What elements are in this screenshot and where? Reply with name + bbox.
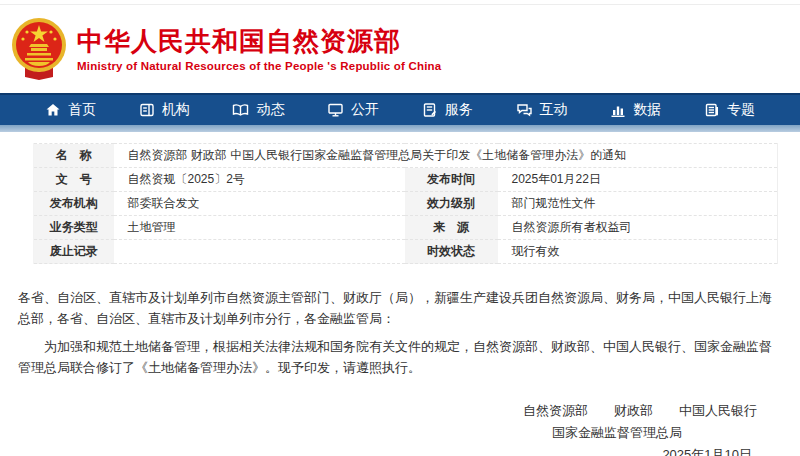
meta-value-issuing-agency: 部委联合发文: [114, 192, 405, 216]
meta-value-business-type: 土地管理: [114, 216, 405, 240]
signature-agencies: 自然资源部 财政部 中国人民银行: [18, 400, 780, 422]
nav-item-services[interactable]: 服务: [422, 95, 473, 125]
service-icon: [422, 102, 438, 118]
doc-meta-table: 名 称 自然资源部 财政部 中国人民银行国家金融监督管理总局关于印发《土地储备管…: [33, 143, 778, 264]
meta-value-validity-status: 现行有效: [498, 240, 778, 264]
meta-value-doc-number: 自然资规〔2025〕2号: [114, 168, 405, 192]
site-header: 中华人民共和国自然资源部 Ministry of Natural Resourc…: [0, 5, 800, 93]
ministry-title-zh: 中华人民共和国自然资源部: [77, 26, 441, 56]
nav-item-news[interactable]: 动态: [232, 95, 284, 125]
meta-label-repeal-record: 废止记录: [34, 240, 114, 264]
organization-icon: [139, 102, 155, 118]
nav-item-label: 互动: [540, 101, 568, 119]
table-row: 废止记录 时效状态 现行有效: [34, 240, 778, 264]
nav-strip: [0, 125, 800, 132]
doc-body: 各省、自治区、直辖市及计划单列市自然资源主管部门、财政厅（局），新疆生产建设兵团…: [18, 287, 780, 456]
news-icon: [232, 102, 249, 118]
title-block: 中华人民共和国自然资源部 Ministry of Natural Resourc…: [77, 26, 441, 72]
main-nav: 首页 机构 动态 公开 服务: [0, 93, 800, 125]
meta-value-publish-date: 2025年01月22日: [498, 168, 778, 192]
meta-value-name: 自然资源部 财政部 中国人民银行国家金融监督管理总局关于印发《土地储备管理办法》…: [114, 144, 778, 168]
nav-item-data[interactable]: 数据: [610, 95, 661, 125]
nav-item-label: 数据: [633, 101, 661, 119]
meta-label-business-type: 业务类型: [34, 216, 114, 240]
page: 中华人民共和国自然资源部 Ministry of Natural Resourc…: [0, 0, 800, 456]
table-row: 文 号 自然资规〔2025〕2号 发布时间 2025年01月22日: [34, 168, 778, 192]
nav-item-interaction[interactable]: 互动: [516, 95, 568, 125]
meta-label-validity-status: 时效状态: [405, 240, 498, 264]
nav-item-label: 专题: [727, 101, 755, 119]
ministry-title-en: Ministry of Natural Resources of the Peo…: [77, 60, 441, 72]
doc-paragraph-recipients: 各省、自治区、直辖市及计划单列市自然资源主管部门、财政厅（局），新疆生产建设兵团…: [18, 287, 780, 329]
meta-value-effect-level: 部门规范性文件: [498, 192, 778, 216]
doc-paragraph-main: 为加强和规范土地储备管理，根据相关法律法规和国务院有关文件的规定，自然资源部、财…: [18, 336, 780, 378]
signature-agency-nfra: 国家金融监督管理总局: [18, 422, 780, 444]
signature-date: 2025年1月10日: [18, 444, 780, 456]
nav-item-disclosure[interactable]: 公开: [327, 95, 379, 125]
meta-label-doc-number: 文 号: [34, 168, 114, 192]
nav-item-orgs[interactable]: 机构: [139, 95, 190, 125]
table-row: 发布机构 部委联合发文 效力级别 部门规范性文件: [34, 192, 778, 216]
data-icon: [610, 102, 626, 118]
disclosure-icon: [327, 102, 344, 118]
meta-label-publish-date: 发布时间: [405, 168, 498, 192]
nav-item-home[interactable]: 首页: [45, 95, 96, 125]
meta-value-repeal-record: [114, 240, 405, 264]
interaction-icon: [516, 102, 533, 118]
nav-item-label: 机构: [162, 101, 190, 119]
home-icon: [45, 102, 61, 118]
meta-label-name: 名 称: [34, 144, 114, 168]
meta-value-source: 自然资源所有者权益司: [498, 216, 778, 240]
nav-item-label: 公开: [351, 101, 379, 119]
table-row: 名 称 自然资源部 财政部 中国人民银行国家金融监督管理总局关于印发《土地储备管…: [34, 144, 778, 168]
nav-item-label: 服务: [445, 101, 473, 119]
meta-label-source: 来 源: [405, 216, 498, 240]
china-national-emblem-icon: [10, 17, 68, 81]
meta-label-issuing-agency: 发布机构: [34, 192, 114, 216]
doc-signature: 自然资源部 财政部 中国人民银行 国家金融监督管理总局 2025年1月10日: [18, 400, 780, 456]
nav-item-label: 动态: [256, 101, 284, 119]
nav-item-topics[interactable]: 专题: [704, 95, 755, 125]
nav-item-label: 首页: [68, 101, 96, 119]
meta-label-effect-level: 效力级别: [405, 192, 498, 216]
topics-icon: [704, 102, 720, 118]
table-row: 业务类型 土地管理 来 源 自然资源所有者权益司: [34, 216, 778, 240]
